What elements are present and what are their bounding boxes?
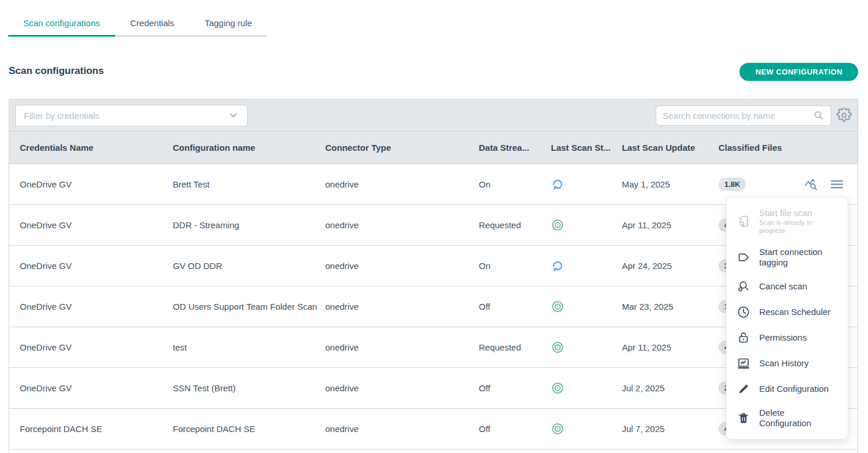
connector-type: onedrive <box>325 424 479 434</box>
row-context-menu: Start file scan Scan is already in progr… <box>726 197 848 440</box>
last-scan-update: Mar 23, 2025 <box>622 302 718 312</box>
lock-icon <box>737 331 750 345</box>
last-scan-update: Jul 2, 2025 <box>622 383 718 393</box>
scan-completed-icon <box>551 341 622 354</box>
tag-icon <box>737 250 750 264</box>
last-scan-update: Apr 11, 2025 <box>622 342 718 352</box>
data-stream-value: Off <box>479 383 551 393</box>
last-scan-update: Apr 24, 2025 <box>622 261 718 271</box>
credentials-name: OneDrive GV <box>20 342 173 352</box>
menu-item-scan-history[interactable]: Scan History <box>727 351 848 376</box>
scan-completed-icon <box>551 422 622 436</box>
menu-item-label: Edit Configuration <box>759 384 828 394</box>
connector-type: onedrive <box>325 261 479 271</box>
menu-item-delete-configuration[interactable]: Delete Configuration <box>727 402 848 434</box>
credentials-name: OneDrive GV <box>20 179 173 189</box>
connector-type: onedrive <box>325 302 479 312</box>
menu-item-label: Delete Configuration <box>759 408 838 429</box>
table-header-row: Credentials Name Configuration name Conn… <box>9 132 858 164</box>
credentials-name: OneDrive GV <box>20 220 173 230</box>
column-header-configuration: Configuration name <box>173 143 325 153</box>
scan-completed-icon <box>551 218 622 232</box>
credentials-name: OneDrive GV <box>20 383 173 393</box>
last-scan-update: Apr 11, 2025 <box>622 220 718 230</box>
credentials-name: Forcepoint DACH SE <box>20 424 173 434</box>
menu-item-label: Permissions <box>759 332 807 343</box>
column-header-last-scan-update: Last Scan Update <box>622 143 718 153</box>
column-header-credentials: Credentials Name <box>20 143 173 153</box>
menu-item-rescan-scheduler[interactable]: Rescan Scheduler <box>727 299 848 325</box>
connector-type: onedrive <box>325 220 479 230</box>
last-scan-update: May 1, 2025 <box>622 179 718 189</box>
column-header-connector: Connector Type <box>325 143 479 153</box>
credentials-name: OneDrive GV <box>20 302 173 312</box>
configuration-name: OD Users Support Team Folder Scan <box>173 302 325 312</box>
scan-insights-icon[interactable] <box>803 176 819 192</box>
menu-item-sublabel: Scan is already in progress <box>759 219 838 235</box>
filter-placeholder: Filter by credentials <box>24 111 99 121</box>
menu-item-cancel-scan[interactable]: Cancel scan <box>727 274 848 299</box>
scan-in-progress-icon <box>551 259 622 272</box>
clock-icon <box>737 305 750 319</box>
menu-item-start-connection-tagging[interactable]: Start connection tagging <box>727 241 848 274</box>
scan-in-progress-icon <box>551 178 622 191</box>
gear-icon[interactable] <box>837 108 852 123</box>
last-scan-update: Jul 7, 2025 <box>622 424 718 434</box>
table-toolbar: Filter by credentials <box>9 100 858 132</box>
data-stream-value: Requested <box>479 342 551 352</box>
menu-item-edit-configuration[interactable]: Edit Configuration <box>727 376 848 402</box>
menu-item-label: Cancel scan <box>759 281 807 292</box>
menu-item-label: Rescan Scheduler <box>759 307 831 317</box>
page-title: Scan configurations <box>9 65 104 77</box>
configuration-name: Brett Test <box>173 179 325 189</box>
configuration-name: test <box>173 342 325 352</box>
configuration-name: Forcepoint DACH SE <box>173 424 325 434</box>
credentials-name: OneDrive GV <box>20 261 173 271</box>
trash-icon <box>737 411 750 425</box>
search-icon <box>813 109 824 121</box>
data-stream-value: On <box>479 261 551 271</box>
column-header-classified-files: Classified Files <box>718 143 858 153</box>
classified-files-badge: 1.8K <box>718 178 746 191</box>
file-scan-icon <box>737 214 750 228</box>
data-stream-value: Requested <box>479 220 551 230</box>
menu-item-label: Start file scan <box>759 208 812 218</box>
new-configuration-button[interactable]: NEW CONFIGURATION <box>739 63 858 81</box>
tab-credentials[interactable]: Credentials <box>115 13 190 36</box>
scan-history-icon <box>737 356 750 370</box>
menu-item-label: Start connection tagging <box>759 247 838 268</box>
tab-scan-configurations[interactable]: Scan configurations <box>8 13 115 36</box>
configuration-name: SSN Test (Brett) <box>173 383 325 393</box>
tab-bar: Scan configurations Credentials Tagging … <box>8 13 267 37</box>
configuration-name: DDR - Streaming <box>173 220 325 230</box>
menu-item-start-file-scan[interactable]: Start file scan Scan is already in progr… <box>727 202 848 241</box>
column-header-data-stream: Data Strea... <box>479 143 551 153</box>
cancel-scan-icon <box>737 279 750 293</box>
configuration-name: GV OD DDR <box>173 261 325 271</box>
tab-tagging-rule[interactable]: Tagging rule <box>190 13 268 36</box>
menu-item-label: Scan History <box>759 358 809 369</box>
scan-completed-icon <box>551 300 622 313</box>
scan-completed-icon <box>551 381 622 395</box>
connector-type: onedrive <box>325 179 479 189</box>
row-menu-icon[interactable] <box>830 177 844 192</box>
column-header-last-scan-status: Last Scan St... <box>551 143 622 153</box>
table-row-partial <box>9 450 858 453</box>
search-input[interactable] <box>663 111 813 121</box>
chevron-down-icon <box>227 109 239 121</box>
connector-type: onedrive <box>325 342 479 352</box>
data-stream-value: Off <box>479 302 551 312</box>
menu-item-permissions[interactable]: Permissions <box>727 325 848 351</box>
pencil-icon <box>737 382 750 396</box>
filter-by-credentials-select[interactable]: Filter by credentials <box>15 105 248 126</box>
search-box <box>656 105 831 126</box>
data-stream-value: On <box>479 179 551 189</box>
connector-type: onedrive <box>325 383 479 393</box>
data-stream-value: Off <box>479 424 551 434</box>
